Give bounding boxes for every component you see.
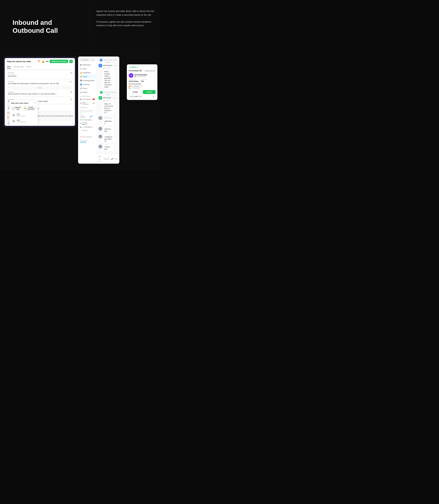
popup-close-icon[interactable]: ✕ [35, 102, 36, 104]
call-conv-badge: 7 [93, 98, 95, 100]
chat-msg-santi: SC Santi Cazoria • 11:12 AM • Via Hello,… [98, 64, 118, 89]
sidebar-item-notification[interactable]: 🔔 Notification [78, 71, 97, 75]
chat-source-1: whatsapp [8, 72, 72, 74]
pinned-label-3: +1 678-908-78... [83, 126, 93, 128]
sidebar-help[interactable]: ❓ Help & Support [78, 135, 97, 139]
screenshots-section: Help me cancel my order. ❓ 🔔 ••• Submit … [0, 53, 160, 170]
call-enter-number-option[interactable]: 📞 Call Enter Number [11, 112, 36, 118]
santi-msg-header: Santi Cazoria • 11:12 AM • Via [103, 64, 118, 69]
routing-select[interactable]: US 1 Deafult - CS ▼ [129, 95, 156, 98]
phone-icon: 📞 [134, 76, 136, 77]
accept-button[interactable]: Accept [143, 90, 156, 94]
sidebar-item-report[interactable]: 📊 Report [78, 90, 97, 94]
mic-icon: 🎤 [111, 158, 113, 160]
dashboard-icon: ▦ [80, 64, 82, 66]
caller-name: Xavi Hernandez [134, 74, 147, 76]
hero-description-1: Agents can receive and make direct calls… [96, 9, 154, 17]
pinned-item-3[interactable]: 📞 +1 678-908-78... ⋯ [78, 126, 97, 128]
popup-title: Add call to this ticket [11, 102, 28, 104]
extra-msg-1-header: 1:12 AM • Via [103, 116, 116, 119]
footer-action-icon: ↗ [71, 122, 73, 125]
sidebar-side-convo[interactable]: 💬 Side Conversa... 0 [78, 101, 97, 106]
sidebar-label-knowledge: Knowledge Base [83, 80, 95, 81]
sidebar-item-dashboard[interactable]: ▦ Dashboard [78, 63, 97, 67]
chat-icons-1: 📋 [70, 72, 72, 74]
pinned-item-1[interactable]: #TC-192 produ... ⋯ [78, 118, 97, 121]
chat-message-1: whatsapp • 11:07 AM 📋 the first time [6, 71, 73, 78]
sidebar-item-knowledge-base[interactable]: 📚 Knowledge Base [78, 79, 97, 83]
brand-logo: kirridesk [80, 141, 95, 143]
extra-bubble-2: order the blue... [103, 127, 114, 133]
sidebar-item-forum[interactable]: 💬 Forum [78, 87, 97, 90]
sidebar-item-customer[interactable]: 👤 Customer [78, 83, 97, 87]
extra-msg-4: r history and... [103, 145, 116, 151]
knowledge-icon: 📚 [80, 80, 82, 82]
crm-wrapper: 🔍 Search ⌘ K ▦ Dashboard ☰ Inbox 🔔 Notif… [78, 56, 158, 164]
extra-avatar-2 [98, 127, 102, 131]
unpin-all-btn[interactable]: Unpin All [90, 115, 95, 118]
extra-bubble-4: r history and... [103, 145, 113, 151]
sidebar-label-dashboard: Dashboard [83, 64, 90, 66]
overlay-close-icon[interactable]: ✕ [154, 66, 156, 68]
chat-source-2: whatsapp [8, 81, 72, 82]
sidebar-call-item[interactable]: 📞 Call 123)4567... 7 [78, 98, 97, 101]
whatsapp-btn[interactable]: sapp ▼ [103, 158, 110, 160]
ticket-header: Help me cancel my order. ❓ 🔔 ••• Submit … [5, 58, 75, 65]
pinned-item-3-label: 📞 +1 678-908-78... [80, 126, 93, 128]
tab-notes[interactable]: Notes [27, 66, 31, 69]
submit-dropdown-button[interactable]: ▼ [69, 60, 73, 63]
chat-msg-extra-1: ZZ 1:12 AM • Via viding that. C... [98, 116, 118, 126]
chat-msg-fikri-1: FK Fikri Studio • 11:12 AM • Via Hello, … [98, 96, 118, 115]
crm-main: SC Ticket Created Santi contact... SC Sa… [97, 56, 119, 164]
sidebar-item-ticket[interactable]: 🎫 Ticket [78, 75, 97, 79]
sidebar-label-inbox: Inbox [83, 68, 86, 70]
search-label: Search [83, 59, 88, 61]
create-label: Create new ticket [27, 107, 35, 110]
assign-button[interactable]: Assign [129, 90, 142, 94]
call-number-text: Call + 678-908-456 [17, 119, 26, 123]
forum-icon: 💬 [80, 88, 82, 89]
tab-activity-logs[interactable]: Activity Logs [14, 66, 24, 69]
reply-text-1: please provide me with your order number… [8, 93, 72, 95]
online-status-badge[interactable]: Online ▼ [129, 66, 139, 68]
pinned-label-1: #TC-192 produ... [82, 119, 93, 121]
receiving-value: 📶 US 1 Deafult - CS [129, 85, 156, 87]
crm-screenshot: 🔍 Search ⌘ K ▦ Dashboard ☰ Inbox 🔔 Notif… [78, 56, 119, 164]
extra-msg-3: t change pr... age Ticket Ty... [103, 135, 118, 143]
create-ticket-button[interactable]: 🎫 Create new ticket [23, 106, 36, 111]
sidebar-search[interactable]: 🔍 Search ⌘ K [79, 58, 96, 62]
location-value: United States [129, 80, 139, 82]
caller-info: X Xavi Hernandez 📞 + 678-908-456 [129, 73, 156, 78]
call-enter-icon: 📞 [12, 113, 15, 117]
santi-via: Via [107, 68, 108, 69]
submit-closed-button[interactable]: Submit as Closed [50, 60, 68, 63]
call-enter-text: Call Enter Number [17, 113, 25, 117]
append-call-button[interactable]: 📋 Append call [11, 106, 22, 111]
side-convo-icon: 💬 [80, 102, 82, 104]
sidebar-add-new[interactable]: ＋ Add new [78, 128, 97, 132]
sidebar-item-inbox[interactable]: ☰ Inbox [78, 67, 97, 71]
tab-task[interactable]: Task [7, 66, 11, 69]
pinned-dot-2 [80, 123, 81, 124]
help-label: Help & Support [82, 136, 92, 138]
hero-title: Inbound and Outbound Call [12, 19, 84, 35]
ticket-tabs: Task Activity Logs Notes [5, 65, 75, 69]
call-number-option[interactable]: 📞 Call + 678-908-456 [11, 118, 36, 124]
sidebar-label-customer: Customer [83, 84, 89, 85]
waited-detail: Waited for 25s [141, 79, 147, 82]
online-dot [130, 67, 131, 68]
pinned-item-2-label: #TC-191 paymen... [80, 122, 93, 125]
waited-label: Waited for [141, 79, 147, 80]
fikri-via-1: Via [107, 100, 108, 101]
append-label: Append call [15, 107, 20, 110]
sidebar-label-forum: Forum [83, 88, 87, 89]
ticket-screenshot: Help me cancel my order. ❓ 🔔 ••• Submit … [3, 56, 76, 127]
pinned-icon-3: ⋯ [93, 126, 95, 128]
pinned-item-2[interactable]: #TC-191 paymen... ⋯ [78, 121, 97, 126]
call-details: Location United States Waited for 25s [129, 79, 156, 82]
chat-text-2: your website but unfortunately, I ordere… [8, 83, 72, 84]
caller-avatar-text: X [130, 75, 132, 76]
fikri-text-1: Hello, I'm sorry to hear that. Ca... num… [104, 103, 114, 114]
bottom-spacer [0, 170, 160, 201]
call-conv-icon: 📞 [80, 98, 82, 100]
